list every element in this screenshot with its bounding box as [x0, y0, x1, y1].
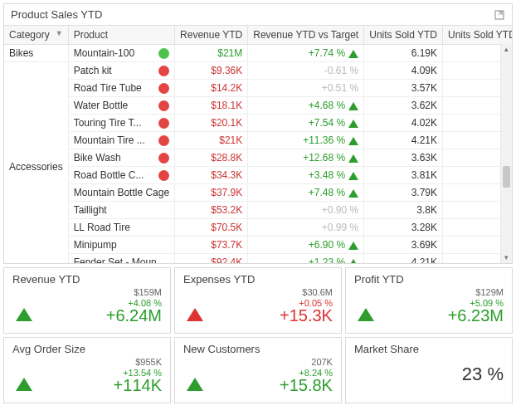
- rev-vs-target-cell: +0.51 %: [248, 80, 364, 97]
- units-cell: 3.81K: [364, 167, 443, 184]
- triangle-up-icon: [348, 154, 358, 163]
- product-name: Road Tire Tube: [74, 82, 142, 94]
- kpi-subvalue: $30.6M: [183, 287, 333, 298]
- status-circle-icon: [158, 135, 169, 146]
- triangle-indicator-icon: [358, 308, 374, 321]
- product-cell: Patch kit: [68, 62, 174, 80]
- product-name: Patch kit: [74, 65, 112, 76]
- status-circle-icon: [158, 153, 169, 164]
- product-name: Bike Wash: [74, 152, 121, 164]
- status-circle-icon: [158, 83, 169, 94]
- product-name: Mountain Tire ...: [74, 134, 145, 146]
- col-rev-vs-target[interactable]: Revenue YTD vs Target: [248, 26, 364, 45]
- kpi-value: +114K: [12, 376, 162, 395]
- status-circle-icon: [158, 100, 169, 111]
- category-cell: Accessories: [4, 62, 68, 264]
- product-cell: Road Tire Tube: [68, 80, 174, 97]
- kpi-subvalue: $129M: [354, 287, 504, 298]
- revenue-cell: $21K: [175, 132, 248, 149]
- scroll-down-icon[interactable]: ▾: [501, 252, 512, 263]
- table-row[interactable]: Water Bottle$18.1K+4.68 %3.62K+162: [4, 97, 512, 115]
- table-row[interactable]: Road Tire Tube$14.2K+0.51 %3.57K+18: [4, 80, 512, 97]
- triangle-up-icon: [348, 120, 358, 128]
- kpi-card[interactable]: Avg Order Size$955K+13.54 %+114K: [3, 337, 171, 403]
- status-circle-icon: [158, 170, 169, 181]
- triangle-up-icon: [348, 172, 358, 180]
- table-row[interactable]: Taillight$53.2K+0.90 %3.8K+34: [4, 202, 512, 219]
- col-units[interactable]: Units Sold YTD: [364, 26, 443, 45]
- units-cell: 6.19K: [364, 45, 443, 62]
- kpi-subvalue: $159M: [12, 287, 162, 298]
- product-name: Touring Tire T...: [74, 117, 142, 129]
- table-row[interactable]: Mountain Tire ...$21K+11.36 %4.21K+429: [4, 132, 512, 149]
- revenue-cell: $18.1K: [175, 97, 248, 115]
- kpi-card[interactable]: Revenue YTD$159M+4.08 %+6.24M: [3, 267, 171, 334]
- col-revenue[interactable]: Revenue YTD: [175, 26, 248, 45]
- table-row[interactable]: AccessoriesPatch kit$9.36K-0.61 %4.09K-2…: [4, 62, 512, 80]
- units-cell: 4.21K: [364, 254, 443, 264]
- col-rev-vs-label: Revenue YTD vs Target: [253, 29, 358, 41]
- kpi-title: Profit YTD: [354, 273, 504, 286]
- triangle-up-icon: [348, 102, 358, 110]
- units-cell: 4.02K: [364, 115, 443, 132]
- units-cell: 3.28K: [364, 219, 443, 237]
- kpi-title: Expenses YTD: [183, 273, 333, 286]
- units-cell: 4.09K: [364, 62, 443, 80]
- table-row[interactable]: Fender Set - Moun...$92.4K+1.23 %4.21K+5…: [4, 254, 512, 264]
- product-cell: Taillight: [68, 202, 174, 219]
- revenue-cell: $37.9K: [175, 184, 248, 202]
- revenue-cell: $21M: [175, 45, 248, 62]
- kpi-card[interactable]: Profit YTD$129M+5.09 %+6.23M: [345, 267, 513, 334]
- revenue-cell: $34.3K: [175, 167, 248, 184]
- table-row[interactable]: Bike Wash$28.8K+12.68 %3.63K+408: [4, 149, 512, 167]
- product-cell: Water Bottle: [68, 97, 174, 115]
- table-row[interactable]: BikesMountain-100$21M+7.74 %6.19K+444: [4, 45, 512, 62]
- table-row[interactable]: Touring Tire T...$20.1K+7.54 %4.02K+282: [4, 115, 512, 132]
- product-sales-panel: Product Sales YTD Category ▼ Product Rev…: [3, 3, 513, 264]
- rev-vs-target-cell: +12.68 %: [248, 149, 364, 167]
- col-units-label: Units Sold YTD: [369, 29, 437, 41]
- maximize-icon[interactable]: [494, 9, 505, 21]
- vertical-scrollbar[interactable]: ▴ ▾: [500, 43, 512, 263]
- rev-vs-target-cell: +3.48 %: [248, 167, 364, 184]
- panel-title: Product Sales YTD: [11, 8, 102, 21]
- kpi-value: 23 %: [354, 355, 504, 385]
- rev-vs-target-cell: +4.68 %: [248, 97, 364, 115]
- rev-vs-target-cell: +0.99 %: [248, 219, 364, 237]
- table-row[interactable]: Mountain Bottle Cage$37.9K+7.48 %3.79K+2…: [4, 184, 512, 202]
- product-name: Taillight: [74, 204, 107, 216]
- product-cell: LL Road Tire: [68, 219, 174, 237]
- revenue-cell: $9.36K: [175, 62, 248, 80]
- kpi-card[interactable]: Expenses YTD$30.6M+0.05 %+15.3K: [174, 267, 342, 334]
- table-row[interactable]: Minipump$73.7K+6.90 %3.69K+238: [4, 237, 512, 254]
- col-category[interactable]: Category ▼: [4, 26, 68, 45]
- kpi-cards: Revenue YTD$159M+4.08 %+6.24MExpenses YT…: [0, 267, 516, 407]
- product-cell: Road Bottle C...: [68, 167, 174, 184]
- product-cell: Mountain Tire ...: [68, 132, 174, 149]
- scroll-up-icon[interactable]: ▴: [501, 43, 512, 55]
- product-cell: Minipump: [68, 237, 174, 254]
- table-row[interactable]: Road Bottle C...$34.3K+3.48 %3.81K+128: [4, 167, 512, 184]
- rev-vs-target-cell: +7.54 %: [248, 115, 364, 132]
- units-cell: 3.69K: [364, 237, 443, 254]
- rev-vs-target-cell: +11.36 %: [248, 132, 364, 149]
- sales-grid: Category ▼ Product Revenue YTD Revenue Y…: [4, 25, 512, 263]
- col-product[interactable]: Product: [68, 26, 174, 45]
- col-units-vs-label: Units Sold YTD vs Target: [448, 29, 512, 41]
- scroll-thumb[interactable]: [503, 166, 510, 188]
- kpi-title: New Customers: [183, 343, 333, 355]
- col-units-vs-target[interactable]: Units Sold YTD vs Target: [443, 26, 512, 45]
- table-row[interactable]: LL Road Tire$70.5K+0.99 %3.28K+32: [4, 219, 512, 237]
- grid-wrap: Category ▼ Product Revenue YTD Revenue Y…: [4, 25, 512, 263]
- header-row: Category ▼ Product Revenue YTD Revenue Y…: [4, 26, 512, 45]
- product-cell: Bike Wash: [68, 149, 174, 167]
- product-name: LL Road Tire: [74, 222, 130, 233]
- revenue-cell: $92.4K: [175, 254, 248, 264]
- col-revenue-label: Revenue YTD: [180, 29, 242, 41]
- revenue-cell: $20.1K: [175, 115, 248, 132]
- kpi-title: Market Share: [354, 343, 504, 355]
- kpi-card[interactable]: New Customers207K+8.24 %+15.8K: [174, 337, 342, 403]
- kpi-subvalue: 207K: [183, 357, 333, 368]
- triangle-up-icon: [348, 259, 358, 263]
- kpi-card[interactable]: Market Share23 %: [345, 337, 513, 403]
